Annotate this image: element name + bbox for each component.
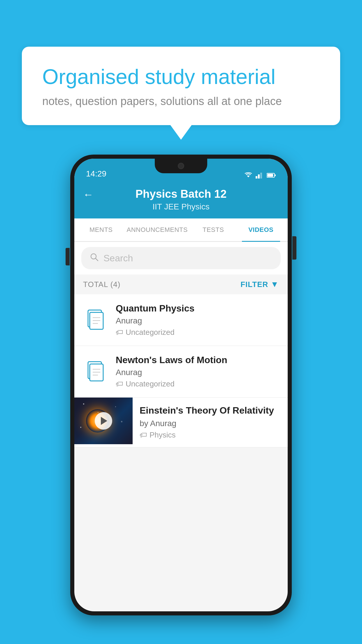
wifi-icon (244, 172, 253, 178)
status-icons (244, 172, 276, 178)
bubble-subtitle: notes, question papers, solutions all at… (42, 95, 320, 108)
video-tag: 🏷 Uncategorized (116, 379, 280, 388)
header-title: Physics Batch 12 (136, 188, 227, 200)
video-author: Anurag (116, 368, 280, 377)
svg-rect-1 (256, 176, 257, 178)
battery-icon (267, 173, 276, 178)
video-title: Einstein's Theory Of Relativity (140, 405, 281, 416)
search-box[interactable]: Search (81, 247, 281, 269)
svg-rect-5 (275, 174, 276, 176)
header-subtitle: IIT JEE Physics (152, 202, 210, 211)
video-author: by Anurag (140, 419, 281, 428)
content-area: Quantum Physics Anurag 🏷 Uncategorized (74, 294, 288, 447)
back-button[interactable]: ← (83, 188, 94, 201)
video-info: Newton's Laws of Motion Anurag 🏷 Uncateg… (116, 355, 280, 388)
svg-rect-3 (260, 173, 262, 178)
phone-outer: 14:29 (70, 155, 292, 615)
document-icon (82, 307, 109, 333)
tab-announcements[interactable]: ANNOUNCEMENTS (125, 218, 189, 241)
video-title: Newton's Laws of Motion (116, 355, 280, 365)
video-thumbnail (74, 398, 133, 444)
bubble-title: Organised study material (42, 64, 320, 89)
tag-icon: 🏷 (116, 379, 123, 388)
phone-wrapper: 14:29 (70, 155, 292, 615)
search-icon (89, 252, 99, 264)
svg-rect-6 (267, 174, 273, 177)
video-author: Anurag (116, 316, 280, 326)
tag-icon: 🏷 (116, 328, 123, 337)
notch-camera (178, 163, 184, 169)
filter-bar: TOTAL (4) FILTER ▼ (74, 274, 288, 294)
video-info: Einstein's Theory Of Relativity by Anura… (133, 398, 288, 447)
notch (155, 159, 207, 173)
list-item[interactable]: Einstein's Theory Of Relativity by Anura… (74, 398, 288, 447)
signal-icon (256, 172, 264, 178)
tab-ments[interactable]: MENTS (77, 218, 125, 241)
tag-icon: 🏷 (140, 430, 147, 440)
tab-videos[interactable]: VIDEOS (237, 218, 285, 241)
phone-inner: 14:29 (74, 159, 288, 611)
svg-marker-0 (247, 176, 250, 177)
search-placeholder: Search (103, 253, 133, 264)
play-button[interactable] (95, 412, 112, 430)
document-icon (82, 358, 109, 385)
play-icon (101, 417, 107, 425)
video-tag: 🏷 Uncategorized (116, 328, 280, 337)
video-info: Quantum Physics Anurag 🏷 Uncategorized (116, 303, 280, 337)
total-count: TOTAL (4) (83, 280, 120, 289)
search-container: Search (74, 242, 288, 274)
app-header: ← Physics Batch 12 IIT JEE Physics (74, 182, 288, 218)
filter-icon: ▼ (270, 280, 279, 289)
status-time: 14:29 (86, 169, 106, 178)
video-title: Quantum Physics (116, 303, 280, 314)
filter-button[interactable]: FILTER ▼ (240, 280, 279, 289)
tabs-bar: MENTS ANNOUNCEMENTS TESTS VIDEOS (74, 218, 288, 242)
speech-bubble: Organised study material notes, question… (22, 47, 340, 125)
tab-tests[interactable]: TESTS (189, 218, 237, 241)
list-item[interactable]: Newton's Laws of Motion Anurag 🏷 Uncateg… (74, 346, 288, 398)
svg-line-8 (96, 258, 98, 261)
list-item[interactable]: Quantum Physics Anurag 🏷 Uncategorized (74, 294, 288, 346)
video-tag: 🏷 Physics (140, 430, 281, 440)
svg-rect-2 (258, 174, 260, 178)
